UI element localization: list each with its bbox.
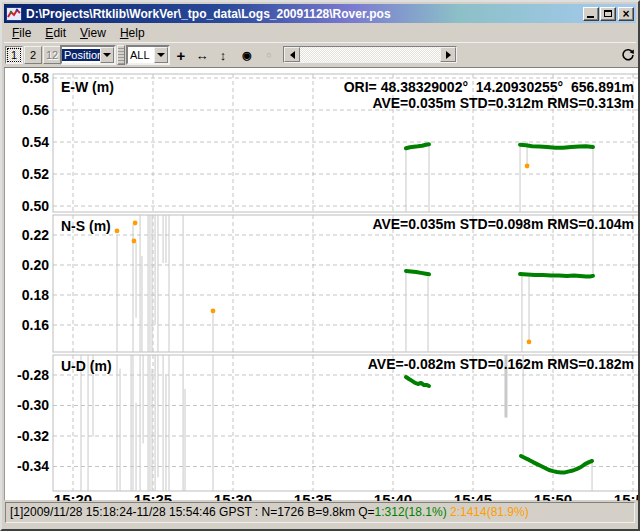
panel-ew: 0.580.560.540.520.50E-W (m)ORI= 48.38329… — [22, 70, 639, 214]
q1-trace — [520, 145, 593, 148]
q2-point — [527, 340, 532, 345]
panel-label: N-S (m) — [61, 218, 111, 234]
panel-ud: -0.28-0.30-0.32-0.34U-D (m)AVE=-0.082m S… — [17, 355, 639, 491]
satellite-value: ALL — [128, 49, 154, 61]
view-2-button[interactable]: 2 — [24, 46, 42, 64]
toolbar: 1 2 12 Position ALL + ↔ ↕ ◉ ○ — [4, 42, 636, 67]
refresh-button[interactable] — [618, 45, 638, 65]
toolbar-grip[interactable] — [117, 45, 125, 65]
panel-label: E-W (m) — [61, 79, 114, 95]
close-button[interactable]: × — [618, 7, 634, 21]
status-summary: [1]2009/11/28 15:18:24-11/28 15:54:46 GP… — [10, 505, 375, 519]
satellite-select[interactable]: ALL — [126, 45, 170, 65]
q2-point — [132, 239, 137, 244]
minimize-button[interactable] — [583, 7, 599, 21]
y-tick-label: -0.34 — [17, 458, 49, 474]
scroll-right-button[interactable] — [440, 47, 456, 62]
y-tick-label: 0.22 — [22, 227, 49, 243]
y-tick-label: -0.32 — [17, 428, 49, 444]
view-12-button[interactable]: 12 — [43, 46, 61, 64]
x-tick-label: 15:55 — [614, 491, 640, 501]
arrow-left-icon — [290, 51, 295, 59]
y-tick-label: 0.20 — [22, 257, 49, 273]
scrollbar-track[interactable] — [300, 47, 440, 62]
menu-item-edit[interactable]: Edit — [38, 24, 73, 42]
x-tick-label: 15:45 — [454, 491, 492, 501]
y-tick-label: 0.18 — [22, 287, 49, 303]
close-icon: × — [622, 9, 629, 19]
stats-text: ORI= 48.38329002° 14.20930255° 656.891m — [344, 79, 634, 95]
status-q2-count: 2:1414(81.9%) — [450, 505, 529, 519]
plot-canvas[interactable]: 0.580.560.540.520.50E-W (m)ORI= 48.38329… — [5, 68, 640, 501]
x-tick-label: 15:30 — [214, 491, 252, 501]
maximize-button[interactable] — [600, 7, 616, 21]
view-1-button[interactable]: 1 — [5, 46, 23, 64]
small-circle-icon: ○ — [266, 50, 271, 60]
minimize-icon — [587, 16, 594, 18]
y-tick-label: 0.58 — [22, 70, 49, 86]
menu-item-help[interactable]: Help — [113, 24, 152, 42]
chevron-down-icon — [103, 53, 111, 57]
plot-type-dropdown-button[interactable] — [100, 47, 114, 63]
status-q1-count: 1:312(18.1%) — [375, 505, 447, 519]
app-icon — [6, 7, 22, 21]
vertical-arrows-icon: ↕ — [220, 48, 227, 63]
horizontal-arrows-icon: ↔ — [196, 48, 209, 63]
panel-label: U-D (m) — [61, 358, 112, 374]
y-tick-label: 0.16 — [22, 317, 49, 333]
rtkplot-window: D:\Projects\Rtklib\WorkVer\_tpo_data\Log… — [0, 0, 640, 531]
plot-type-value: Position — [62, 49, 100, 61]
plot-type-select[interactable]: Position — [60, 45, 116, 65]
x-tick-label: 15:20 — [54, 491, 92, 501]
x-tick-label: 15:25 — [134, 491, 172, 501]
panel-ns: 0.220.200.180.16N-S (m)AVE=0.035m STD=0.… — [22, 215, 639, 352]
fit-horizontal-button[interactable]: ↔ — [192, 45, 212, 65]
y-tick-label: -0.30 — [17, 397, 49, 413]
q2-point — [115, 229, 120, 234]
satellite-dropdown-button[interactable] — [154, 47, 168, 63]
x-tick-label: 15:40 — [374, 491, 412, 501]
menubar: FileEditViewHelp — [4, 23, 636, 42]
y-tick-label: 0.50 — [22, 198, 49, 214]
q2-point — [211, 309, 216, 314]
circle-dot-icon: ◉ — [242, 49, 252, 62]
q1-trace — [406, 144, 429, 148]
fit-vertical-button[interactable]: ↕ — [213, 45, 233, 65]
refresh-icon — [621, 48, 635, 62]
x-tick-label: 15:50 — [534, 491, 572, 501]
stats-text: AVE=0.035m STD=0.098m RMS=0.104m — [372, 216, 634, 232]
q1-trace — [520, 274, 593, 277]
menu-item-file[interactable]: File — [5, 24, 38, 42]
y-tick-label: -0.28 — [17, 367, 49, 383]
titlebar[interactable]: D:\Projects\Rtklib\WorkVer\_tpo_data\Log… — [4, 4, 636, 23]
plot-area[interactable]: 0.580.560.540.520.50E-W (m)ORI= 48.38329… — [4, 67, 640, 500]
chevron-down-icon — [157, 53, 165, 57]
y-tick-label: 0.56 — [22, 102, 49, 118]
fit-center-button[interactable]: + — [171, 45, 191, 65]
status-bar: [1]2009/11/28 15:18:24-11/28 15:54:46 GP… — [5, 502, 635, 523]
panel-frame — [53, 215, 639, 352]
stats-text: AVE=0.035m STD=0.312m RMS=0.313m — [372, 95, 634, 111]
time-scrollbar[interactable] — [283, 46, 457, 63]
arrow-right-icon — [446, 51, 451, 59]
maximize-icon — [604, 10, 612, 17]
center-origin-button[interactable]: ◉ — [237, 45, 257, 65]
y-tick-label: 0.52 — [22, 166, 49, 182]
scroll-left-button[interactable] — [284, 47, 300, 62]
q2-point — [133, 221, 138, 226]
stats-text: AVE=-0.082m STD=0.162m RMS=0.182m — [368, 356, 634, 372]
q1-trace — [406, 271, 429, 274]
y-tick-label: 0.54 — [22, 134, 49, 150]
menu-item-view[interactable]: View — [73, 24, 113, 42]
crosshair-icon: + — [177, 47, 186, 64]
window-title: D:\Projects\Rtklib\WorkVer\_tpo_data\Log… — [26, 7, 582, 21]
x-tick-label: 15:35 — [294, 491, 332, 501]
q1-trace — [521, 456, 592, 472]
q1-trace — [406, 377, 429, 386]
q2-point — [525, 164, 530, 169]
